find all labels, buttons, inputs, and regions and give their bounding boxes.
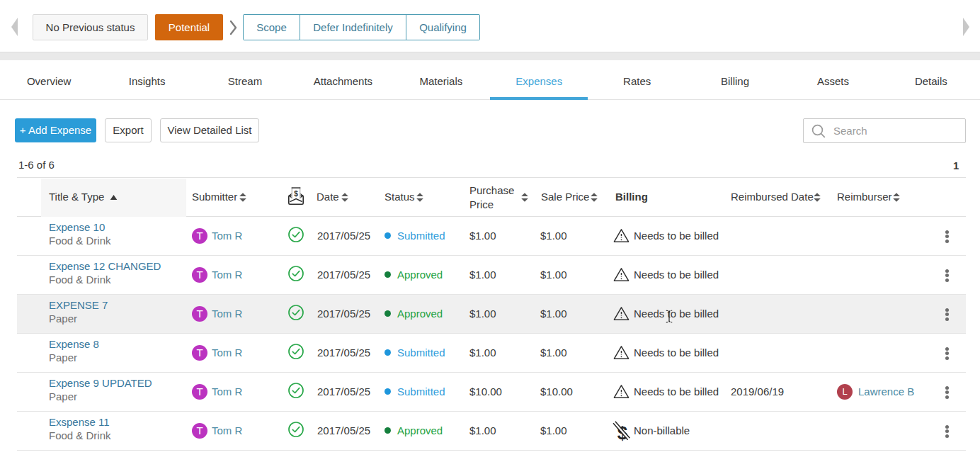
svg-text:$: $ [294, 189, 298, 197]
